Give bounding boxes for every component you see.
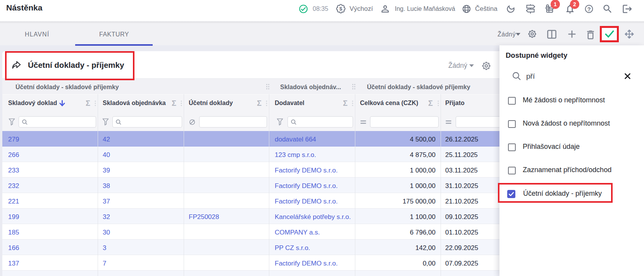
svg-text:?: ? bbox=[587, 6, 591, 12]
svg-text:$: $ bbox=[339, 6, 343, 12]
